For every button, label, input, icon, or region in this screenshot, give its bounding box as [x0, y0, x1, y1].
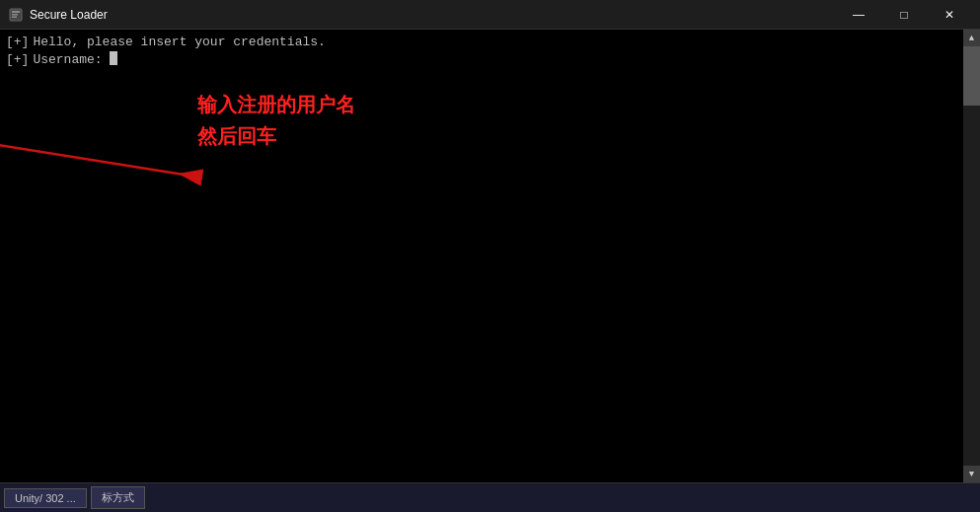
- close-button[interactable]: ✕: [927, 0, 972, 30]
- svg-rect-1: [12, 11, 20, 13]
- terminal-text-2: Username:: [33, 51, 110, 69]
- window-controls: — □ ✕: [836, 0, 972, 30]
- svg-rect-3: [12, 16, 17, 18]
- taskbar: Unity/ 302 ... 标方式: [0, 482, 980, 512]
- terminal-wrapper: [+] Hello, please insert your credential…: [0, 30, 980, 482]
- scrollbar-down-arrow[interactable]: ▼: [963, 466, 980, 482]
- terminal-text-1: Hello, please insert your credentials.: [33, 34, 325, 51]
- maximize-button[interactable]: □: [881, 0, 927, 30]
- window-title: Secure Loader: [30, 8, 836, 22]
- scrollbar-track[interactable]: [963, 46, 980, 466]
- cursor: [110, 51, 117, 65]
- minimize-button[interactable]: —: [836, 0, 881, 30]
- terminal-line-2: [+] Username:: [6, 51, 957, 69]
- terminal-area[interactable]: [+] Hello, please insert your credential…: [0, 30, 963, 482]
- svg-rect-2: [12, 14, 18, 16]
- annotation-arrow: [0, 107, 207, 185]
- title-bar: Secure Loader — □ ✕: [0, 0, 980, 30]
- app-icon: [8, 7, 24, 23]
- annotation-line2: 然后回车: [197, 120, 355, 152]
- scrollbar[interactable]: ▲ ▼: [963, 30, 980, 482]
- taskbar-item-fangshi[interactable]: 标方式: [91, 486, 145, 509]
- scrollbar-thumb[interactable]: [963, 46, 980, 106]
- scrollbar-up-arrow[interactable]: ▲: [963, 30, 980, 46]
- svg-line-5: [0, 118, 202, 178]
- prompt-2: [+]: [6, 51, 29, 69]
- annotation-line1: 输入注册的用户名: [197, 89, 355, 120]
- terminal-line-1: [+] Hello, please insert your credential…: [6, 34, 957, 51]
- taskbar-item-unity[interactable]: Unity/ 302 ...: [4, 488, 87, 508]
- annotation-overlay: 输入注册的用户名 然后回车: [197, 89, 355, 152]
- prompt-1: [+]: [6, 34, 29, 51]
